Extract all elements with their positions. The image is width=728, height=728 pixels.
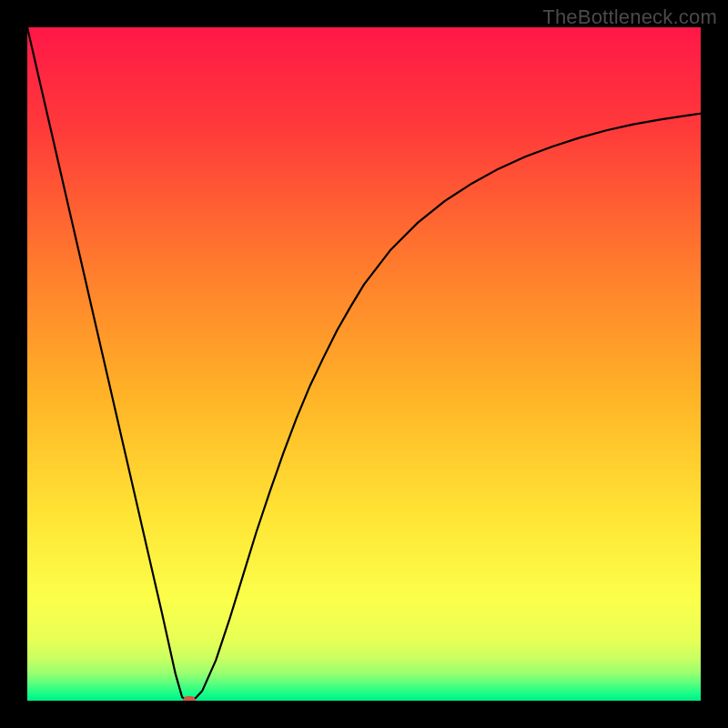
optimal-point-marker bbox=[183, 696, 196, 701]
plot-area bbox=[27, 27, 701, 701]
watermark-text: TheBottleneck.com bbox=[542, 5, 717, 29]
bottleneck-curve bbox=[27, 27, 701, 701]
chart-frame: TheBottleneck.com bbox=[0, 0, 728, 728]
